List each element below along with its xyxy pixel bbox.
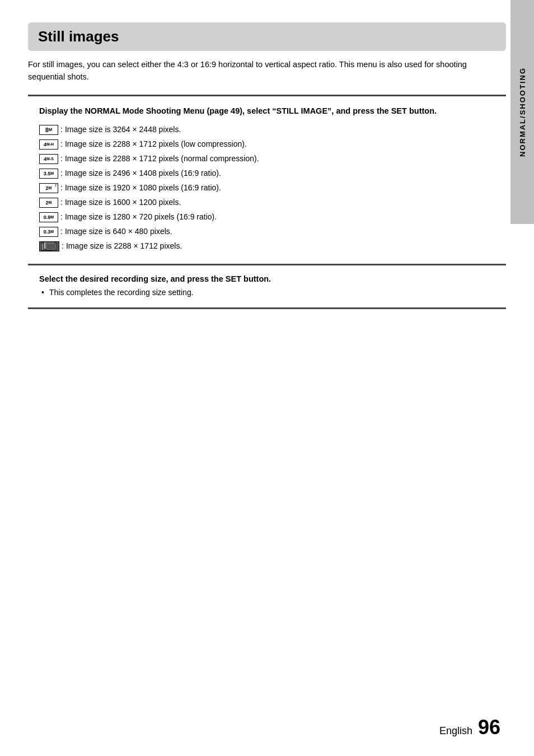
icon-4ms: 4M-S: [39, 154, 58, 164]
icon-35m: 3.5M: [39, 169, 58, 179]
list-item: 8M : Image size is 3264 × 2448 pixels.: [39, 124, 495, 136]
item-text-8: Image size is 2288 × 1712 pixels.: [66, 240, 182, 252]
step1-heading: Display the NORMAL Mode Shooting Menu (p…: [39, 105, 495, 118]
icon-03m: 0.3M: [39, 227, 58, 237]
icon-2m-169: 2M⊤: [39, 183, 58, 193]
icon-4mh: 4M-H: [39, 139, 58, 150]
list-item: 3.5M : Image size is 2496 × 1408 pixels …: [39, 167, 495, 179]
svg-rect-3: [46, 244, 55, 249]
list-item: : Image size is 2288 × 1712 pixels.: [39, 240, 495, 252]
item-text-1: Image size is 2288 × 1712 pixels (low co…: [65, 138, 247, 150]
sidebar-text: NORMAL/SHOOTING: [518, 67, 527, 157]
item-text-2: Image size is 2288 × 1712 pixels (normal…: [65, 153, 259, 165]
image-size-list: 8M : Image size is 3264 × 2448 pixels. 4…: [39, 124, 495, 252]
page-container: NORMAL/SHOOTING Still images For still i…: [0, 0, 534, 756]
page-footer: English 96: [439, 716, 500, 739]
sidebar-label: NORMAL/SHOOTING: [510, 0, 534, 224]
step2-section: Select the desired recording size, and p…: [28, 265, 506, 309]
step1-section: Display the NORMAL Mode Shooting Menu (p…: [28, 95, 506, 266]
list-item: 2M⊤ : Image size is 1920 × 1080 pixels (…: [39, 182, 495, 194]
step2-bullet: This completes the recording size settin…: [39, 287, 495, 298]
item-text-7: Image size is 640 × 480 pixels.: [65, 226, 172, 237]
icon-8m: 8M: [39, 125, 58, 135]
icon-multi: [39, 241, 59, 251]
page-title: Still images: [38, 28, 496, 45]
list-item: 2M : Image size is 1600 × 1200 pixels.: [39, 197, 495, 208]
icon-2m: 2M: [39, 198, 58, 208]
list-item: 4M-S : Image size is 2288 × 1712 pixels …: [39, 153, 495, 165]
intro-text: For still images, you can select either …: [28, 59, 506, 83]
footer-page-number: 96: [478, 716, 500, 739]
item-text-5: Image size is 1600 × 1200 pixels.: [65, 197, 181, 208]
item-text-4: Image size is 1920 × 1080 pixels (16:9 r…: [65, 182, 221, 194]
step2-heading: Select the desired recording size, and p…: [39, 274, 495, 283]
title-box: Still images: [28, 22, 506, 51]
list-item: 0.9M : Image size is 1280 × 720 pixels (…: [39, 211, 495, 223]
item-text-3: Image size is 2496 × 1408 pixels (16:9 r…: [65, 167, 221, 179]
list-item: 4M-H : Image size is 2288 × 1712 pixels …: [39, 138, 495, 150]
icon-09m: 0.9M: [39, 212, 58, 222]
item-text-6: Image size is 1280 × 720 pixels (16:9 ra…: [65, 211, 217, 223]
list-item: 0.3M : Image size is 640 × 480 pixels.: [39, 226, 495, 237]
item-text-0: Image size is 3264 × 2448 pixels.: [65, 124, 181, 136]
footer-language: English: [439, 725, 472, 737]
